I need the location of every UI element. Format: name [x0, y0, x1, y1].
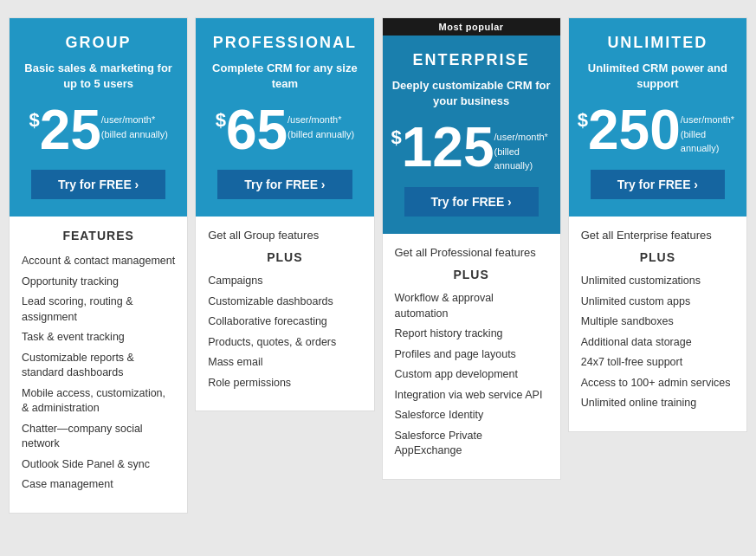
try-free-btn-group[interactable]: Try for FREE ›: [31, 170, 165, 199]
features-list-enterprise: Workflow & approval automationReport his…: [395, 288, 548, 462]
get-all-enterprise: Get all Professional features: [395, 246, 548, 259]
features-list-group: Account & contact managementOpportunity …: [22, 251, 175, 495]
plan-card-unlimited: UNLIMITED Unlimited CRM power and suppor…: [568, 17, 747, 432]
feature-item: Outlook Side Panel & sync: [22, 455, 175, 475]
most-popular-badge: Most popular: [383, 18, 560, 36]
price-row-professional: $ 65 /user/month* (billed annually): [204, 102, 365, 158]
feature-item: Report history tracking: [395, 324, 548, 345]
feature-item: Profiles and page layouts: [395, 345, 548, 365]
feature-item: 24x7 toll-free support: [581, 352, 734, 373]
feature-item: Case management: [22, 475, 175, 495]
plus-label-enterprise: PLUS: [395, 268, 548, 281]
plan-name-professional: PROFESSIONAL: [204, 34, 365, 52]
features-label-group: FEATURES: [22, 229, 175, 242]
plan-features-professional: Get all Group featuresPLUSCampaignsCusto…: [196, 217, 373, 411]
feature-item: Customizable dashboards: [208, 292, 361, 313]
plus-label-unlimited: PLUS: [581, 250, 734, 264]
plan-header-professional: PROFESSIONAL Complete CRM for any size t…: [196, 18, 373, 217]
try-free-btn-unlimited[interactable]: Try for FREE ›: [591, 170, 725, 199]
feature-item: Campaigns: [208, 271, 361, 292]
plan-name-group: GROUP: [18, 34, 178, 52]
feature-item: Access to 100+ admin services: [581, 373, 734, 394]
feature-item: Additional data storage: [581, 333, 734, 353]
price-dollar-professional: $: [216, 109, 226, 132]
price-amount-enterprise: 125: [402, 120, 494, 175]
price-dollar-unlimited: $: [578, 109, 588, 132]
feature-item: Lead scoring, routing & assignment: [22, 292, 175, 327]
plus-label-professional: PLUS: [208, 250, 361, 264]
feature-item: Custom app development: [395, 365, 548, 385]
feature-item: Chatter—company social network: [22, 419, 175, 455]
features-list-unlimited: Unlimited customizationsUnlimited custom…: [581, 271, 734, 414]
try-free-btn-enterprise[interactable]: Try for FREE ›: [404, 187, 539, 217]
plan-name-enterprise: ENTERPRISE: [391, 51, 552, 69]
plan-features-enterprise: Get all Professional featuresPLUSWorkflo…: [383, 234, 560, 479]
price-row-group: $ 25 /user/month* (billed annually): [18, 102, 178, 158]
plan-header-group: GROUP Basic sales & marketing for up to …: [10, 18, 187, 217]
plan-card-enterprise: Most popular ENTERPRISE Deeply customiza…: [382, 17, 561, 480]
price-dollar-group: $: [29, 109, 39, 132]
features-list-professional: CampaignsCustomizable dashboardsCollabor…: [208, 271, 361, 393]
plan-name-unlimited: UNLIMITED: [578, 34, 738, 52]
get-all-professional: Get all Group features: [208, 229, 361, 242]
feature-item: Multiple sandboxes: [581, 312, 734, 333]
feature-item: Salesforce Private AppExchange: [395, 426, 548, 462]
feature-item: Unlimited custom apps: [581, 292, 734, 313]
price-amount-professional: 65: [226, 102, 288, 158]
plan-card-professional: PROFESSIONAL Complete CRM for any size t…: [195, 17, 374, 411]
get-all-unlimited: Get all Enterprise features: [581, 229, 734, 242]
feature-item: Role permissions: [208, 373, 361, 394]
plan-header-unlimited: UNLIMITED Unlimited CRM power and suppor…: [569, 18, 746, 217]
feature-item: Unlimited customizations: [581, 271, 734, 292]
price-amount-unlimited: 250: [588, 102, 681, 158]
price-dollar-enterprise: $: [391, 126, 402, 149]
plan-tagline-professional: Complete CRM for any size team: [204, 61, 365, 92]
plan-tagline-enterprise: Deeply customizable CRM for your busines…: [391, 78, 552, 109]
feature-item: Mobile access, customization, & administ…: [22, 384, 175, 419]
feature-item: Integration via web service API: [395, 385, 548, 406]
plan-tagline-unlimited: Unlimited CRM power and support: [578, 61, 738, 92]
plan-card-group: GROUP Basic sales & marketing for up to …: [9, 17, 188, 514]
try-free-btn-professional[interactable]: Try for FREE ›: [217, 170, 352, 199]
feature-item: Customizable reports & standard dashboar…: [22, 348, 175, 384]
pricing-container: GROUP Basic sales & marketing for up to …: [9, 17, 747, 514]
feature-item: Unlimited online training: [581, 393, 734, 414]
plan-features-group: FEATURESAccount & contact managementOppo…: [10, 217, 187, 513]
feature-item: Opportunity tracking: [22, 272, 175, 293]
price-sub-professional: /user/month* (billed annually): [288, 113, 354, 141]
feature-item: Collaborative forecasting: [208, 312, 361, 333]
price-sub-group: /user/month* (billed annually): [101, 113, 168, 141]
plan-header-enterprise: ENTERPRISE Deeply customizable CRM for y…: [383, 36, 560, 234]
price-sub-unlimited: /user/month* (billed annually): [681, 113, 738, 156]
plan-tagline-group: Basic sales & marketing for up to 5 user…: [18, 61, 178, 92]
feature-item: Account & contact management: [22, 251, 175, 272]
plan-features-unlimited: Get all Enterprise featuresPLUSUnlimited…: [569, 217, 746, 431]
feature-item: Task & event tracking: [22, 327, 175, 348]
price-row-enterprise: $ 125 /user/month* (billed annually): [391, 120, 552, 175]
price-sub-enterprise: /user/month* (billed annually): [494, 130, 552, 173]
feature-item: Salesforce Identity: [395, 405, 548, 426]
price-row-unlimited: $ 250 /user/month* (billed annually): [578, 102, 738, 158]
feature-item: Workflow & approval automation: [395, 288, 548, 324]
price-amount-group: 25: [40, 102, 101, 158]
feature-item: Products, quotes, & orders: [208, 333, 361, 353]
feature-item: Mass email: [208, 352, 361, 373]
